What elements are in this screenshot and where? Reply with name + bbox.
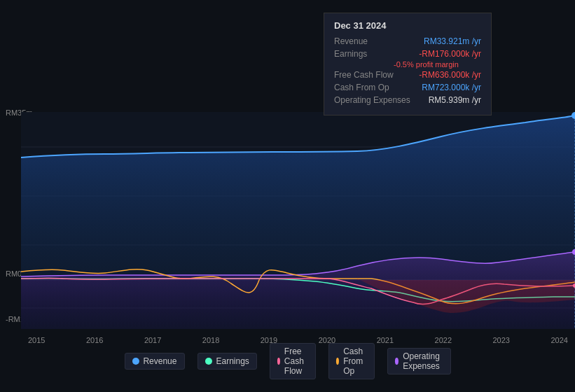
chart-area[interactable] xyxy=(21,112,575,329)
legend-opex[interactable]: Operating Expenses xyxy=(387,348,451,374)
tooltip-opex-value: RM5.939m /yr xyxy=(429,95,481,105)
x-label-2015: 2015 xyxy=(28,336,45,344)
legend-fcf-label: Free Cash Flow xyxy=(284,346,308,376)
legend-cashop[interactable]: Cash From Op xyxy=(328,343,375,379)
legend-earnings-dot xyxy=(205,358,212,365)
tooltip-earnings-value: -RM176.000k /yr xyxy=(419,49,481,59)
tooltip-opex-label: Operating Expenses xyxy=(334,95,410,105)
y-label-mid: RM0 xyxy=(6,270,22,278)
tooltip-revenue-value: RM33.921m /yr xyxy=(424,36,481,46)
legend-revenue-label: Revenue xyxy=(143,356,176,366)
tooltip-earnings-label: Earnings xyxy=(334,49,367,59)
tooltip-cashop-label: Cash From Op xyxy=(334,83,389,92)
tooltip-cashop-value: RM723.000k /yr xyxy=(422,83,481,92)
tooltip-fcf-row: Free Cash Flow -RM636.000k /yr xyxy=(334,70,481,80)
x-label-2023: 2023 xyxy=(493,336,510,344)
legend-fcf-dot xyxy=(277,358,280,365)
x-label-2024: 2024 xyxy=(550,336,567,344)
tooltip-cashop-row: Cash From Op RM723.000k /yr xyxy=(334,83,481,92)
tooltip-revenue-label: Revenue xyxy=(334,36,368,46)
tooltip-fcf-value: -RM636.000k /yr xyxy=(419,70,481,80)
chart-legend: Revenue Earnings Free Cash Flow Cash Fro… xyxy=(124,343,450,379)
tooltip-date: Dec 31 2024 xyxy=(334,20,481,31)
data-tooltip: Dec 31 2024 Revenue RM33.921m /yr Earnin… xyxy=(324,13,492,115)
tooltip-revenue-row: Revenue RM33.921m /yr xyxy=(334,36,481,46)
legend-fcf[interactable]: Free Cash Flow xyxy=(270,343,316,379)
tooltip-fcf-label: Free Cash Flow xyxy=(334,70,394,80)
tooltip-earnings-row: Earnings -RM176.000k /yr xyxy=(334,49,481,59)
legend-opex-dot xyxy=(395,358,399,365)
tooltip-profit-margin: -0.5% profit margin xyxy=(334,60,481,69)
legend-revenue[interactable]: Revenue xyxy=(124,353,184,370)
legend-cashop-dot xyxy=(336,358,339,365)
legend-earnings-label: Earnings xyxy=(216,356,249,366)
legend-cashop-label: Cash From Op xyxy=(343,346,367,376)
legend-revenue-dot xyxy=(132,358,139,365)
x-label-2016: 2016 xyxy=(86,336,103,344)
legend-earnings[interactable]: Earnings xyxy=(197,353,256,370)
tooltip-opex-row: Operating Expenses RM5.939m /yr xyxy=(334,95,481,105)
legend-opex-label: Operating Expenses xyxy=(403,351,443,371)
